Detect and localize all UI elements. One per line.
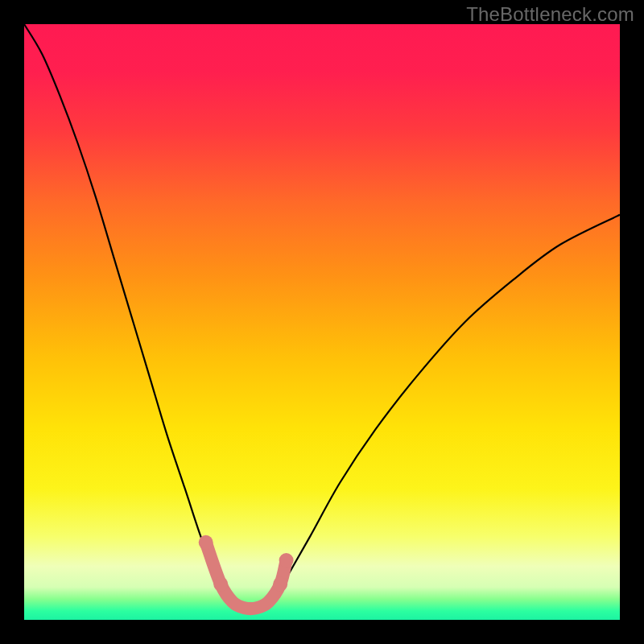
watermark-text: TheBottleneck.com — [466, 3, 634, 26]
chart-frame: TheBottleneck.com — [0, 0, 644, 644]
left-curve — [24, 24, 233, 608]
svg-point-2 — [213, 577, 228, 592]
svg-point-4 — [279, 553, 294, 568]
plot-area — [24, 24, 620, 620]
right-curve — [268, 215, 620, 608]
curve-layer — [24, 24, 620, 620]
trough-marker — [199, 535, 294, 609]
svg-point-1 — [199, 535, 213, 550]
svg-point-3 — [273, 577, 287, 592]
